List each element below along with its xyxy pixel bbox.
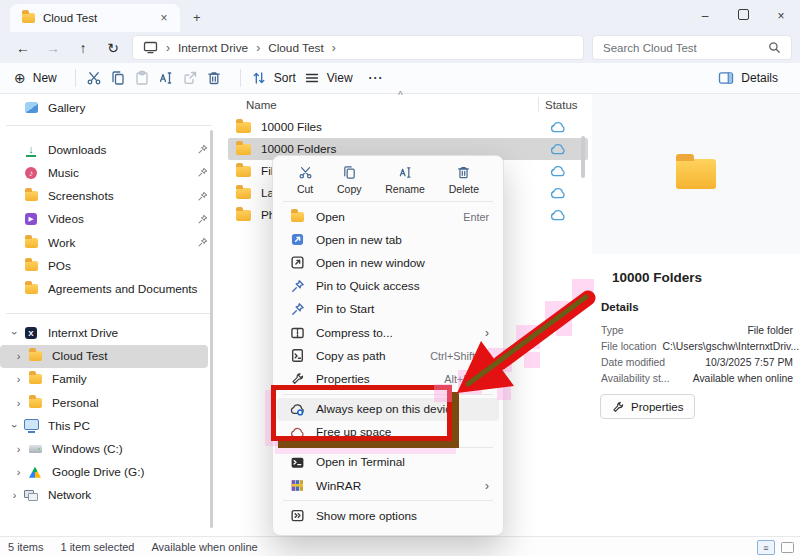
delete-menu-button[interactable]: Delete: [449, 165, 479, 195]
chevron-right-icon[interactable]: ›: [10, 443, 27, 455]
maximize-button[interactable]: [724, 9, 762, 23]
close-button[interactable]: ×: [762, 9, 800, 23]
sidebar-item-network[interactable]: › Network: [0, 484, 218, 507]
chevron-right-icon[interactable]: ›: [10, 350, 27, 362]
chevron-down-icon[interactable]: ›: [9, 417, 21, 434]
sidebar-scrollbar[interactable]: [210, 130, 213, 528]
menu-item-open-new-tab[interactable]: Open in new tab: [277, 228, 499, 251]
chevron-right-icon[interactable]: ›: [10, 466, 27, 478]
sidebar-item-pos[interactable]: POs: [0, 254, 218, 277]
file-explorer-window: Cloud Test × + – × ← → ↑ ↻ › Internxt Dr…: [0, 0, 800, 556]
sidebar-item-google-drive[interactable]: › Google Drive (G:): [0, 461, 218, 484]
menu-item-open[interactable]: Open Enter: [277, 205, 499, 228]
column-divider[interactable]: [538, 97, 539, 112]
new-button[interactable]: ⊕ New: [14, 70, 57, 86]
menu-item-winrar[interactable]: WinRAR ›: [277, 474, 499, 497]
chevron-right-icon[interactable]: ›: [10, 397, 27, 409]
menu-item-always-keep-on-device[interactable]: Always keep on this device: [277, 398, 499, 421]
cloud-status-icon: [550, 121, 566, 133]
chevron-right-icon[interactable]: ›: [6, 489, 23, 501]
sidebar-item-personal[interactable]: › Personal: [0, 391, 218, 414]
rename-menu-button[interactable]: Rename: [385, 165, 425, 195]
view-button[interactable]: View: [304, 70, 353, 86]
tab-title: Cloud Test: [43, 12, 148, 24]
menu-item-open-new-window[interactable]: Open in new window: [277, 251, 499, 274]
new-tab-button[interactable]: +: [193, 10, 201, 25]
copy-button[interactable]: [110, 70, 126, 86]
pin-icon: [289, 279, 306, 294]
menu-item-pin-quick-access[interactable]: Pin to Quick access: [277, 275, 499, 298]
tab-cloud-test[interactable]: Cloud Test ×: [10, 4, 180, 32]
scissors-icon: [298, 165, 313, 180]
sidebar-item-agreements[interactable]: Agreements and Documents: [0, 277, 218, 300]
paste-button[interactable]: [134, 70, 150, 86]
tab-close-icon[interactable]: ×: [156, 11, 172, 25]
path-file-icon: [289, 348, 306, 363]
menu-divider: [283, 447, 493, 448]
trash-icon: [206, 70, 222, 86]
chevron-right-icon[interactable]: ›: [10, 373, 27, 385]
properties-button[interactable]: Properties: [600, 394, 695, 419]
see-more-button[interactable]: ···: [369, 71, 384, 85]
cut-menu-button[interactable]: Cut: [297, 165, 313, 195]
rename-button[interactable]: [158, 70, 174, 86]
sidebar-item-internxt-drive[interactable]: › X Internxt Drive: [0, 322, 218, 345]
list-view-button[interactable]: ≡: [757, 540, 775, 555]
music-icon: ♪: [23, 166, 39, 180]
google-drive-icon: [27, 465, 43, 479]
menu-item-properties[interactable]: Properties Alt+Enter: [277, 367, 499, 390]
forward-button[interactable]: →: [38, 40, 68, 56]
menu-item-pin-start[interactable]: Pin to Start: [277, 298, 499, 321]
breadcrumb-segment-folder[interactable]: Cloud Test: [268, 41, 324, 55]
menu-divider: [283, 394, 493, 395]
folder-icon: [23, 189, 39, 203]
delete-button[interactable]: [206, 70, 222, 86]
pin-icon: [197, 237, 208, 248]
breadcrumb[interactable]: › Internxt Drive › Cloud Test ›: [132, 35, 584, 60]
copy-menu-button[interactable]: Copy: [337, 165, 362, 195]
up-button[interactable]: ↑: [68, 40, 98, 56]
rename-icon: [398, 165, 413, 180]
details-button-label: Details: [741, 71, 778, 85]
search-input[interactable]: Search Cloud Test: [592, 35, 792, 60]
sidebar-item-gallery[interactable]: Gallery: [0, 96, 218, 119]
terminal-icon: [289, 455, 306, 470]
sidebar-item-work[interactable]: Work: [0, 231, 218, 254]
refresh-button[interactable]: ↻: [98, 40, 128, 56]
details-rows: Type File folder File location C:\Users\…: [601, 322, 793, 386]
sidebar-item-videos[interactable]: ▶ Videos: [0, 208, 218, 231]
menu-item-copy-as-path[interactable]: Copy as path Ctrl+Shift+C: [277, 344, 499, 367]
share-button[interactable]: [182, 70, 198, 86]
wrench-icon: [612, 401, 624, 413]
menu-item-open-in-terminal[interactable]: Open in Terminal: [277, 451, 499, 474]
sidebar-item-this-pc[interactable]: › This PC: [0, 414, 218, 437]
context-menu: Cut Copy Rename Delete Open Enter Open i…: [272, 155, 504, 536]
column-header-name[interactable]: Name: [246, 99, 277, 111]
menu-item-free-up-space[interactable]: Free up space: [277, 421, 499, 444]
chevron-down-icon[interactable]: ›: [9, 325, 21, 342]
pin-icon: [197, 144, 208, 155]
minimize-button[interactable]: –: [686, 9, 724, 23]
cut-button[interactable]: [86, 70, 102, 86]
large-icons-view-button[interactable]: [781, 542, 794, 553]
sort-button[interactable]: Sort: [251, 70, 296, 86]
column-header-status[interactable]: Status: [545, 99, 578, 111]
menu-item-compress[interactable]: Compress to... ›: [277, 321, 499, 344]
gallery-icon: [23, 101, 39, 115]
sidebar-item-family[interactable]: › Family: [0, 368, 218, 391]
folder-icon: [289, 212, 306, 222]
menu-item-show-more-options[interactable]: Show more options: [277, 504, 499, 527]
sidebar-item-windows-c[interactable]: › Windows (C:): [0, 437, 218, 460]
folder-icon: [23, 259, 39, 273]
file-list-scrollbar[interactable]: [581, 136, 585, 178]
sidebar-item-downloads[interactable]: ↓ Downloads: [0, 138, 218, 161]
breadcrumb-segment-drive[interactable]: Internxt Drive: [178, 41, 248, 55]
back-button[interactable]: ←: [8, 40, 38, 56]
availability-status: Available when online: [151, 541, 257, 553]
file-row-10000-files[interactable]: 10000 Files: [228, 116, 588, 138]
sidebar-item-cloud-test[interactable]: › Cloud Test: [0, 345, 208, 368]
sidebar-item-screenshots[interactable]: Screenshots: [0, 185, 218, 208]
copy-icon: [342, 165, 357, 180]
sidebar-item-music[interactable]: ♪ Music: [0, 161, 218, 184]
details-pane-button[interactable]: Details: [718, 70, 778, 86]
